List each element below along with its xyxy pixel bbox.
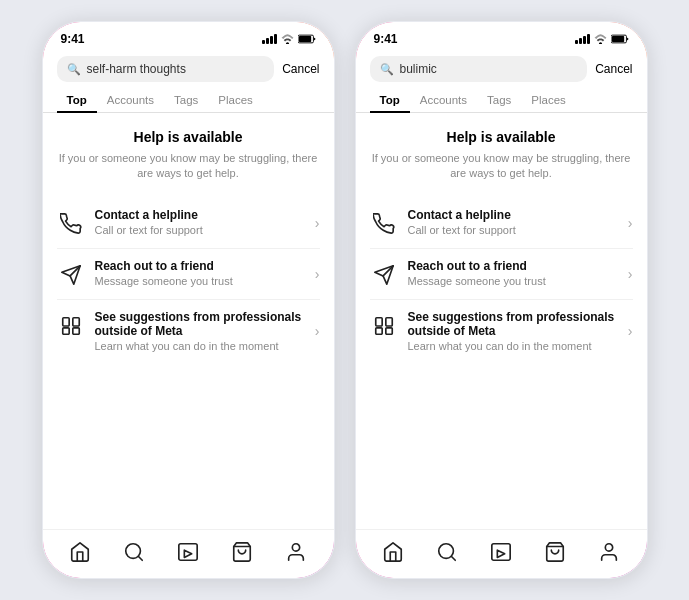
reels-icon[interactable] xyxy=(176,540,200,564)
profile-icon[interactable] xyxy=(597,540,621,564)
wifi-icon xyxy=(594,34,607,44)
send-icon xyxy=(57,261,85,289)
svg-point-13 xyxy=(293,544,300,551)
svg-rect-19 xyxy=(375,318,381,326)
help-item-text: Reach out to a friendMessage someone you… xyxy=(408,259,618,287)
tab-places[interactable]: Places xyxy=(521,88,576,112)
help-item-text: See suggestions from professionals outsi… xyxy=(95,310,305,352)
svg-point-14 xyxy=(598,42,601,44)
signal-icon xyxy=(575,34,590,44)
wifi-icon xyxy=(281,34,294,44)
help-item-text: Reach out to a friendMessage someone you… xyxy=(95,259,305,287)
search-icon: 🔍 xyxy=(67,63,81,76)
help-subtitle: If you or someone you know may be strugg… xyxy=(370,151,633,182)
search-box[interactable]: 🔍 bulimic xyxy=(370,56,588,82)
svg-point-0 xyxy=(285,42,288,44)
shop-icon[interactable] xyxy=(230,540,254,564)
help-item-2[interactable]: See suggestions from professionals outsi… xyxy=(57,300,320,362)
home-icon[interactable] xyxy=(68,540,92,564)
help-item-title: Reach out to a friend xyxy=(95,259,305,273)
help-item-2[interactable]: See suggestions from professionals outsi… xyxy=(370,300,633,362)
book-icon xyxy=(57,312,85,340)
phone-icon xyxy=(57,210,85,238)
svg-line-24 xyxy=(451,556,455,560)
help-item-subtitle: Call or text for support xyxy=(408,224,618,236)
svg-rect-22 xyxy=(385,328,391,334)
chevron-right-icon: › xyxy=(315,266,320,282)
svg-rect-21 xyxy=(375,328,381,334)
svg-rect-16 xyxy=(611,36,623,42)
search-icon[interactable] xyxy=(435,540,459,564)
svg-rect-8 xyxy=(72,328,78,334)
main-content: Help is availableIf you or someone you k… xyxy=(43,113,334,529)
help-item-subtitle: Learn what you can do in the moment xyxy=(408,340,618,352)
help-item-text: Contact a helplineCall or text for suppo… xyxy=(95,208,305,236)
help-item-title: See suggestions from professionals outsi… xyxy=(408,310,618,338)
chevron-right-icon: › xyxy=(628,323,633,339)
svg-point-27 xyxy=(606,544,613,551)
svg-rect-20 xyxy=(385,318,391,326)
phone-2: 9:41 🔍 bulimic Cancel TopAccountsTagsPla… xyxy=(354,20,649,580)
svg-rect-7 xyxy=(62,328,68,334)
bottom-nav xyxy=(43,529,334,578)
tab-top[interactable]: Top xyxy=(57,88,97,112)
battery-icon xyxy=(611,34,629,44)
shop-icon[interactable] xyxy=(543,540,567,564)
profile-icon[interactable] xyxy=(284,540,308,564)
search-area: 🔍 self-harm thoughts Cancel xyxy=(43,50,334,88)
tabs-bar: TopAccountsTagsPlaces xyxy=(43,88,334,113)
battery-icon xyxy=(298,34,316,44)
help-item-subtitle: Message someone you trust xyxy=(408,275,618,287)
search-box[interactable]: 🔍 self-harm thoughts xyxy=(57,56,275,82)
signal-icon xyxy=(262,34,277,44)
help-item-title: Contact a helpline xyxy=(408,208,618,222)
help-item-subtitle: Call or text for support xyxy=(95,224,305,236)
main-content: Help is availableIf you or someone you k… xyxy=(356,113,647,529)
tab-top[interactable]: Top xyxy=(370,88,410,112)
chevron-right-icon: › xyxy=(315,215,320,231)
status-bar: 9:41 xyxy=(43,22,334,50)
status-icons xyxy=(262,34,316,44)
tab-tags[interactable]: Tags xyxy=(164,88,208,112)
svg-line-10 xyxy=(138,556,142,560)
status-time: 9:41 xyxy=(374,32,398,46)
help-item-0[interactable]: Contact a helplineCall or text for suppo… xyxy=(57,198,320,249)
phone-1: 9:41 🔍 self-harm thoughts Cancel TopAcco… xyxy=(41,20,336,580)
reels-icon[interactable] xyxy=(489,540,513,564)
help-item-1[interactable]: Reach out to a friendMessage someone you… xyxy=(57,249,320,300)
help-item-title: See suggestions from professionals outsi… xyxy=(95,310,305,338)
cancel-button[interactable]: Cancel xyxy=(282,62,319,76)
help-item-text: Contact a helplineCall or text for suppo… xyxy=(408,208,618,236)
phones-container: 9:41 🔍 self-harm thoughts Cancel TopAcco… xyxy=(21,0,669,600)
chevron-right-icon: › xyxy=(628,266,633,282)
tab-accounts[interactable]: Accounts xyxy=(410,88,477,112)
help-item-text: See suggestions from professionals outsi… xyxy=(408,310,618,352)
search-icon: 🔍 xyxy=(380,63,394,76)
tab-accounts[interactable]: Accounts xyxy=(97,88,164,112)
help-item-title: Reach out to a friend xyxy=(408,259,618,273)
send-icon xyxy=(370,261,398,289)
phone-icon xyxy=(370,210,398,238)
search-icon[interactable] xyxy=(122,540,146,564)
tab-tags[interactable]: Tags xyxy=(477,88,521,112)
chevron-right-icon: › xyxy=(315,323,320,339)
search-query: bulimic xyxy=(400,62,437,76)
help-item-subtitle: Learn what you can do in the moment xyxy=(95,340,305,352)
cancel-button[interactable]: Cancel xyxy=(595,62,632,76)
search-area: 🔍 bulimic Cancel xyxy=(356,50,647,88)
book-icon xyxy=(370,312,398,340)
help-subtitle: If you or someone you know may be strugg… xyxy=(57,151,320,182)
home-icon[interactable] xyxy=(381,540,405,564)
status-bar: 9:41 xyxy=(356,22,647,50)
help-item-title: Contact a helpline xyxy=(95,208,305,222)
status-icons xyxy=(575,34,629,44)
svg-rect-5 xyxy=(62,318,68,326)
help-item-subtitle: Message someone you trust xyxy=(95,275,305,287)
help-item-0[interactable]: Contact a helplineCall or text for suppo… xyxy=(370,198,633,249)
help-title: Help is available xyxy=(370,129,633,145)
tab-places[interactable]: Places xyxy=(208,88,263,112)
help-item-1[interactable]: Reach out to a friendMessage someone you… xyxy=(370,249,633,300)
search-query: self-harm thoughts xyxy=(87,62,186,76)
svg-rect-6 xyxy=(72,318,78,326)
chevron-right-icon: › xyxy=(628,215,633,231)
